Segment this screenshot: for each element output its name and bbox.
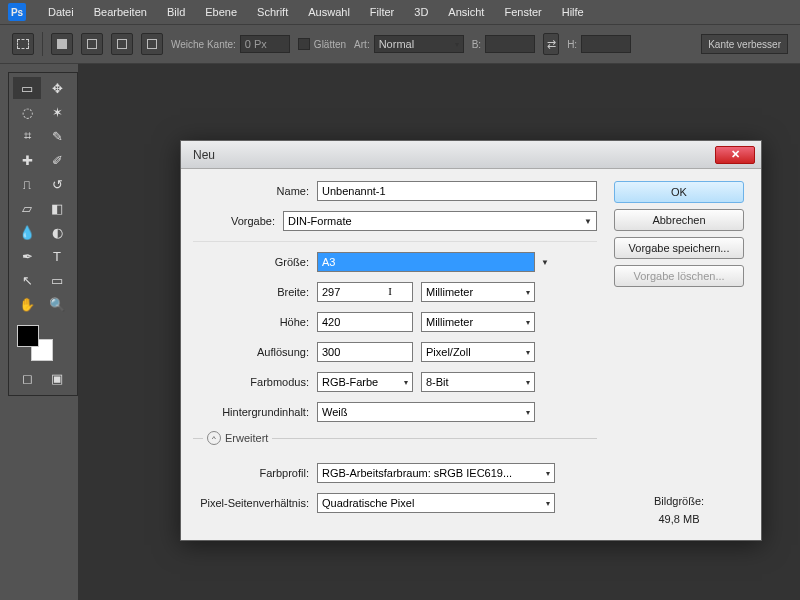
selection-intersect-icon[interactable]: [141, 33, 163, 55]
eraser-tool-icon[interactable]: ▱: [13, 197, 41, 219]
background-select[interactable]: Weiß▾: [317, 402, 535, 422]
hand-tool-icon[interactable]: ✋: [13, 293, 41, 315]
advanced-label: Erweitert: [225, 432, 268, 444]
lasso-tool-icon[interactable]: ◌: [13, 101, 41, 123]
colorprofile-select[interactable]: RGB-Arbeitsfarbraum: sRGB IEC619...▾: [317, 463, 555, 483]
optionbar: Weiche Kante: 0 Px Glätten Art: Normal▾ …: [0, 24, 800, 64]
menu-auswahl[interactable]: Auswahl: [298, 2, 360, 22]
pixelratio-select[interactable]: Quadratische Pixel▾: [317, 493, 555, 513]
crop-tool-icon[interactable]: ⌗: [13, 125, 41, 147]
anti-alias-checkbox[interactable]: [298, 38, 310, 50]
marquee-tool-icon[interactable]: [12, 33, 34, 55]
menu-schrift[interactable]: Schrift: [247, 2, 298, 22]
resolution-input[interactable]: [317, 342, 413, 362]
app-logo: Ps: [8, 3, 26, 21]
magic-wand-tool-icon[interactable]: ✶: [43, 101, 71, 123]
dialog-title: Neu: [187, 148, 215, 162]
colorprofile-label: Farbprofil:: [193, 467, 317, 479]
delete-preset-button[interactable]: Vorgabe löschen...: [614, 265, 744, 287]
shape-tool-icon[interactable]: ▭: [43, 269, 71, 291]
advanced-toggle-icon[interactable]: ^: [207, 431, 221, 445]
move-tool-icon[interactable]: ✥: [43, 77, 71, 99]
menu-bearbeiten[interactable]: Bearbeiten: [84, 2, 157, 22]
selection-sub-icon[interactable]: [111, 33, 133, 55]
height-label: H:: [567, 39, 577, 50]
menu-datei[interactable]: Datei: [38, 2, 84, 22]
dialog-titlebar[interactable]: Neu ✕: [181, 141, 761, 169]
foreground-color-swatch[interactable]: [17, 325, 39, 347]
height-unit-select[interactable]: Millimeter▾: [421, 312, 535, 332]
size-select[interactable]: A3: [317, 252, 535, 272]
menu-hilfe[interactable]: Hilfe: [552, 2, 594, 22]
width-label: Breite:: [193, 286, 317, 298]
style-label: Art:: [354, 39, 370, 50]
anti-alias-label: Glätten: [314, 39, 346, 50]
image-size-value: 49,8 MB: [654, 511, 704, 529]
image-size-heading: Bildgröße:: [654, 493, 704, 511]
style-select[interactable]: Normal▾: [374, 35, 464, 53]
refine-edge-button[interactable]: Kante verbesser: [701, 34, 788, 54]
size-label: Größe:: [193, 256, 317, 268]
colormode-select[interactable]: RGB-Farbe▾: [317, 372, 413, 392]
menu-fenster[interactable]: Fenster: [494, 2, 551, 22]
menu-filter[interactable]: Filter: [360, 2, 404, 22]
feather-label: Weiche Kante:: [171, 39, 236, 50]
tool-panel: ▭✥ ◌✶ ⌗✎ ✚✐ ⎍↺ ▱◧ 💧◐ ✒T ↖▭ ✋🔍 ◻▣: [8, 72, 78, 396]
ok-button[interactable]: OK: [614, 181, 744, 203]
name-label: Name:: [193, 185, 317, 197]
width-input[interactable]: I: [317, 282, 413, 302]
pen-tool-icon[interactable]: ✒: [13, 245, 41, 267]
width-label: B:: [472, 39, 481, 50]
cancel-button[interactable]: Abbrechen: [614, 209, 744, 231]
bitdepth-select[interactable]: 8-Bit▾: [421, 372, 535, 392]
new-document-dialog: Neu ✕ Name: Vorgabe: DIN-Formate▼ Größe:…: [180, 140, 762, 541]
zoom-tool-icon[interactable]: 🔍: [43, 293, 71, 315]
blur-tool-icon[interactable]: 💧: [13, 221, 41, 243]
healing-brush-tool-icon[interactable]: ✚: [13, 149, 41, 171]
preset-label: Vorgabe:: [193, 215, 283, 227]
height-label: Höhe:: [193, 316, 317, 328]
history-brush-tool-icon[interactable]: ↺: [43, 173, 71, 195]
path-select-tool-icon[interactable]: ↖: [13, 269, 41, 291]
close-icon: ✕: [731, 148, 740, 161]
eyedropper-tool-icon[interactable]: ✎: [43, 125, 71, 147]
width-input[interactable]: [485, 35, 535, 53]
height-input[interactable]: [581, 35, 631, 53]
colormode-label: Farbmodus:: [193, 376, 317, 388]
gradient-tool-icon[interactable]: ◧: [43, 197, 71, 219]
menubar: Ps Datei Bearbeiten Bild Ebene Schrift A…: [0, 0, 800, 24]
background-label: Hintergrundinhalt:: [193, 406, 317, 418]
feather-input[interactable]: 0 Px: [240, 35, 290, 53]
resolution-unit-select[interactable]: Pixel/Zoll▾: [421, 342, 535, 362]
width-unit-select[interactable]: Millimeter▾: [421, 282, 535, 302]
menu-3d[interactable]: 3D: [404, 2, 438, 22]
brush-tool-icon[interactable]: ✐: [43, 149, 71, 171]
pixelratio-label: Pixel-Seitenverhältnis:: [193, 497, 317, 509]
quickmask-icon[interactable]: ◻: [13, 367, 41, 389]
marquee-tool-icon[interactable]: ▭: [13, 77, 41, 99]
preset-select[interactable]: DIN-Formate▼: [283, 211, 597, 231]
menu-ansicht[interactable]: Ansicht: [438, 2, 494, 22]
save-preset-button[interactable]: Vorgabe speichern...: [614, 237, 744, 259]
height-input[interactable]: [317, 312, 413, 332]
screenmode-icon[interactable]: ▣: [43, 367, 71, 389]
selection-new-icon[interactable]: [51, 33, 73, 55]
selection-add-icon[interactable]: [81, 33, 103, 55]
stamp-tool-icon[interactable]: ⎍: [13, 173, 41, 195]
resolution-label: Auflösung:: [193, 346, 317, 358]
type-tool-icon[interactable]: T: [43, 245, 71, 267]
dodge-tool-icon[interactable]: ◐: [43, 221, 71, 243]
close-button[interactable]: ✕: [715, 146, 755, 164]
color-swatches[interactable]: [17, 325, 53, 361]
name-input[interactable]: [317, 181, 597, 201]
menu-ebene[interactable]: Ebene: [195, 2, 247, 22]
swap-wh-icon[interactable]: ⇄: [543, 33, 559, 55]
menu-bild[interactable]: Bild: [157, 2, 195, 22]
